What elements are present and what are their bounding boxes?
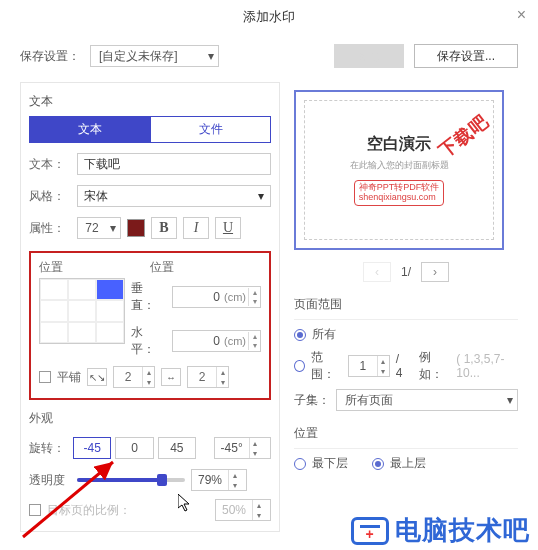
scale-value: 50% <box>216 500 252 520</box>
save-settings-label: 保存设置： <box>20 48 80 65</box>
position-grid[interactable] <box>39 278 125 344</box>
rotate-combo[interactable]: -45° ▴▾ <box>214 437 271 459</box>
horizontal-value: 0 <box>173 334 224 348</box>
opacity-slider[interactable] <box>77 478 185 482</box>
range-all-label: 所有 <box>312 326 336 343</box>
rotate-0-button[interactable]: 0 <box>115 437 153 459</box>
page-next-button[interactable]: › <box>421 262 449 282</box>
scale-checkbox[interactable] <box>29 504 41 516</box>
site-logo: 电脑技术吧 <box>351 513 530 548</box>
horizontal-unit: (cm) <box>224 335 248 347</box>
tile-label: 平铺 <box>57 369 81 386</box>
example-label: 例如： <box>419 349 450 383</box>
tile-mode-icon[interactable]: ↖↘ <box>87 368 107 386</box>
range-from-value: 1 <box>349 356 377 376</box>
opacity-value: 79% <box>192 470 228 490</box>
subset-value: 所有页面 <box>345 392 393 409</box>
color-swatch[interactable] <box>127 219 145 237</box>
top-bar: 保存设置： [自定义未保存] ▾ 删除 保存设置... <box>0 34 538 72</box>
tile-a-value: 2 <box>114 367 142 387</box>
rotate-neg45-button[interactable]: -45 <box>73 437 111 459</box>
source-tabs: 文本 文件 <box>29 116 271 143</box>
range-all-radio[interactable] <box>294 329 306 341</box>
style-label: 风格： <box>29 188 71 205</box>
attr-label: 属性： <box>29 220 71 237</box>
close-icon[interactable]: × <box>517 6 526 24</box>
preview-stamp: 神奇PPT转PDF软件 shenqixiangsu.com <box>354 180 445 206</box>
layer-title: 位置 <box>294 425 518 442</box>
tile-a-spin[interactable]: 2 ▴▾ <box>113 366 155 388</box>
preview-slide-subtitle: 在此输入您的封面副标题 <box>350 159 449 172</box>
chevron-down-icon: ▾ <box>208 49 214 63</box>
italic-button[interactable]: I <box>183 217 209 239</box>
layer-top-label: 最上层 <box>390 455 426 472</box>
chevron-down-icon: ▾ <box>106 218 120 238</box>
preview-area: 下载吧 空白演示 在此输入您的封面副标题 神奇PPT转PDF软件 shenqix… <box>294 90 504 250</box>
appearance-title: 外观 <box>29 410 271 427</box>
text-panel: 文本 文本 文件 文本： 下载吧 风格： 宋体 ▾ 属性： 72 ▾ <box>20 82 280 532</box>
rotate-combo-value: -45° <box>215 438 249 458</box>
save-settings-button[interactable]: 保存设置... <box>414 44 518 68</box>
bold-button[interactable]: B <box>151 217 177 239</box>
text-section-label: 文本 <box>29 93 271 110</box>
underline-button[interactable]: U <box>215 217 241 239</box>
range-custom-radio[interactable] <box>294 360 305 372</box>
rotate-45-button[interactable]: 45 <box>158 437 196 459</box>
tile-checkbox[interactable] <box>39 371 51 383</box>
preview-slide-title: 空白演示 <box>367 134 431 155</box>
tile-b-spin[interactable]: 2 ▴▾ <box>187 366 229 388</box>
vertical-input[interactable]: 0 (cm) ▴▾ <box>172 286 261 308</box>
vertical-value: 0 <box>173 290 224 304</box>
font-size-value: 72 <box>78 218 106 238</box>
delete-button[interactable]: 删除 <box>334 44 404 68</box>
tile-spacing-icon[interactable]: ↔ <box>161 368 181 386</box>
horizontal-label: 水平： <box>131 324 166 358</box>
chevron-down-icon: ▾ <box>507 393 513 407</box>
scale-spin: 50% ▴▾ <box>215 499 271 521</box>
scale-label: 目标页的比例： <box>47 502 131 519</box>
page-prev-button[interactable]: ‹ <box>363 262 391 282</box>
page-indicator: 1/ <box>401 265 411 279</box>
layer-bottom-radio[interactable] <box>294 458 306 470</box>
range-total: / 4 <box>396 352 408 380</box>
text-label: 文本： <box>29 156 71 173</box>
dialog-title: 添加水印 <box>0 0 538 34</box>
preset-value: [自定义未保存] <box>99 48 178 65</box>
watermark-text-input[interactable]: 下载吧 <box>77 153 271 175</box>
tab-text[interactable]: 文本 <box>29 116 150 143</box>
tile-b-value: 2 <box>188 367 216 387</box>
preview-watermark-text: 下载吧 <box>434 109 494 163</box>
font-style-value: 宋体 <box>84 188 108 205</box>
tab-file[interactable]: 文件 <box>150 116 271 143</box>
chevron-down-icon: ▾ <box>258 189 264 203</box>
subset-label: 子集： <box>294 392 330 409</box>
preview-pager: ‹ 1/ › <box>294 262 518 282</box>
stamp-line2: shenqixiangsu.com <box>359 193 440 203</box>
logo-text: 电脑技术吧 <box>395 513 530 548</box>
example-text: ( 1,3,5,7-10... <box>456 352 518 380</box>
vertical-label: 垂直： <box>131 280 166 314</box>
opacity-label: 透明度 <box>29 472 71 489</box>
range-label: 范围： <box>311 349 342 383</box>
opacity-spin[interactable]: 79% ▴▾ <box>191 469 247 491</box>
font-style-combo[interactable]: 宋体 ▾ <box>77 185 271 207</box>
layer-top-radio[interactable] <box>372 458 384 470</box>
font-size-spin[interactable]: 72 ▾ <box>77 217 121 239</box>
position-header-left: 位置 <box>39 259 150 276</box>
subset-combo[interactable]: 所有页面 ▾ <box>336 389 518 411</box>
position-header-right: 位置 <box>150 259 261 276</box>
page-range-title: 页面范围 <box>294 296 518 313</box>
pc-icon <box>351 517 389 545</box>
position-group: 位置 位置 垂直： 0 (cm) <box>29 251 271 400</box>
preset-combo[interactable]: [自定义未保存] ▾ <box>90 45 219 67</box>
range-from-spin[interactable]: 1 ▴▾ <box>348 355 390 377</box>
rotate-label: 旋转： <box>29 440 69 457</box>
vertical-unit: (cm) <box>224 291 248 303</box>
layer-bottom-label: 最下层 <box>312 455 348 472</box>
horizontal-input[interactable]: 0 (cm) ▴▾ <box>172 330 261 352</box>
